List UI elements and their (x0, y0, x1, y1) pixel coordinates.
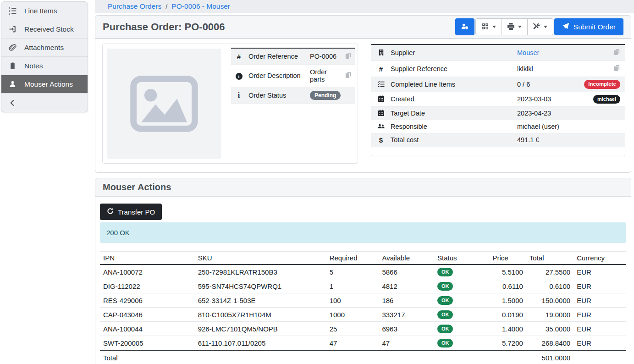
cell-price: 0.0190 (489, 308, 526, 322)
sidebar-collapse-button[interactable] (1, 94, 88, 112)
tools-icon (533, 22, 540, 32)
caret-down-icon (492, 26, 496, 28)
image-placeholder-icon (130, 75, 198, 132)
supplier-link[interactable]: Mouser (517, 49, 539, 56)
submit-order-button[interactable]: Submit Order (554, 18, 623, 35)
copy-icon[interactable] (345, 52, 352, 59)
list-check-icon (378, 81, 385, 88)
table-total-row: Total 501.0000 (100, 350, 626, 364)
sidebar-item-notes[interactable]: Notes (1, 57, 88, 75)
cell-available: 186 (379, 293, 434, 308)
column-header-currency: Currency (573, 252, 626, 265)
cell-available: 5866 (379, 265, 434, 279)
caret-down-icon (518, 26, 522, 28)
detail-label: Target Date (389, 106, 515, 120)
status-alert: 200 OK (100, 222, 626, 243)
sign-in-icon (7, 25, 17, 33)
detail-value: 491.1 € (515, 133, 573, 147)
caret-down-icon (544, 26, 547, 28)
status-ok-badge: OK (437, 339, 453, 347)
incomplete-badge: Incomplete (584, 80, 620, 89)
cell-currency: EUR (573, 322, 626, 336)
cell-total: 0.6100 (526, 279, 573, 293)
detail-value: 2023-03-03 (515, 92, 573, 106)
toolbar-button-group (475, 18, 553, 35)
supplier-details-box: Supplier Mouser Supplier Reference lklkl… (371, 44, 625, 156)
cell-required: 47 (326, 336, 379, 351)
status-ok-badge: OK (437, 268, 453, 276)
clipboard-icon (7, 62, 17, 70)
detail-label: Order Description (247, 65, 308, 87)
copy-icon[interactable] (613, 65, 620, 72)
detail-label: Responsible (389, 120, 515, 133)
info-circle-icon (236, 73, 243, 80)
sidebar-item-attachments[interactable]: Attachments (1, 39, 88, 57)
detail-label: Created (389, 92, 515, 106)
paperclip-icon (7, 44, 17, 52)
cell-currency: EUR (573, 265, 626, 279)
cell-ipn: SWT-200005 (100, 336, 195, 351)
table-row: SWT-200005 611-110.107.011/0205 47 47 OK… (100, 336, 626, 351)
cell-sku: 250-72981KLRATR150B3 (195, 265, 326, 279)
order-image-placeholder (107, 49, 221, 159)
copy-icon[interactable] (613, 49, 620, 55)
cell-price: 1.5000 (489, 293, 526, 308)
status-ok-badge: OK (437, 282, 453, 291)
cell-ipn: CAP-043046 (100, 308, 195, 322)
detail-value: Order parts (308, 65, 343, 87)
transfer-po-button[interactable]: Transfer PO (100, 204, 162, 220)
status-alert-text: 200 OK (106, 229, 130, 237)
detail-value: PO-0006 (308, 48, 343, 65)
detail-label: Order Status (247, 87, 308, 104)
mouser-actions-header: Mouser Actions (95, 178, 631, 197)
order-status-badge: Pending (310, 91, 341, 100)
cell-total: 268.8400 (526, 336, 573, 351)
sidebar-item-mouser-actions[interactable]: Mouser Actions (1, 75, 88, 94)
column-header-status: Status (434, 252, 490, 265)
sidebar-item-label: Notes (24, 62, 43, 70)
cell-price: 0.6110 (489, 279, 526, 293)
detail-label: Supplier (389, 44, 515, 61)
cell-total: 27.5500 (526, 265, 573, 279)
cell-sku: 652-3314Z-1-503E (195, 293, 326, 308)
calendar-icon (378, 110, 385, 117)
detail-label: Order Reference (247, 48, 308, 65)
detail-label: Supplier Reference (389, 61, 515, 77)
detail-label: Total cost (389, 133, 515, 147)
table-row: DIG-112022 595-SN74HCS74QPWRQ1 1 4812 OK… (100, 279, 626, 293)
sidebar-item-line-items[interactable]: 123 Line Items (1, 2, 88, 20)
cell-currency: EUR (573, 293, 626, 308)
column-header-available: Available (379, 252, 434, 265)
order-options-button[interactable] (527, 19, 553, 35)
cell-available: 333217 (379, 308, 434, 322)
dollar-icon (379, 136, 383, 144)
cell-available: 6963 (379, 322, 434, 336)
cell-currency: EUR (573, 279, 626, 293)
mouser-actions-body: Transfer PO 200 OK IPN SKU Required Avai… (95, 197, 631, 364)
breadcrumb-link-current-order[interactable]: PO-0006 - Mouser (171, 2, 230, 11)
status-ok-badge: OK (437, 310, 453, 319)
panel-title: Mouser Actions (103, 182, 171, 193)
breadcrumb: Purchase Orders / PO-0006 - Mouser (95, 0, 634, 13)
order-details-table: Order Reference PO-0006 Order Descriptio… (231, 48, 355, 104)
cell-currency: EUR (573, 308, 626, 322)
sidebar-item-received-stock[interactable]: Received Stock (1, 20, 88, 39)
admin-actions-button[interactable] (455, 18, 474, 35)
breadcrumb-link-purchase-orders[interactable]: Purchase Orders (108, 2, 161, 11)
detail-value: 0 / 6 (515, 77, 573, 92)
submit-order-label: Submit Order (573, 23, 616, 31)
supplier-details-table: Supplier Mouser Supplier Reference lklkl… (371, 44, 625, 147)
transfer-po-label: Transfer PO (118, 208, 155, 216)
table-row: CAP-043046 810-C1005X7R1H104M 1000 33321… (100, 308, 626, 322)
barcode-actions-button[interactable] (476, 19, 502, 35)
copy-icon[interactable] (345, 72, 352, 78)
detail-value: 2023-04-23 (515, 106, 573, 120)
table-row: RES-429006 652-3314Z-1-503E 100 186 OK 1… (100, 293, 626, 308)
detail-value: lklklkl (515, 61, 573, 77)
cell-price: 5.7200 (489, 336, 526, 351)
breadcrumb-separator: / (165, 2, 167, 11)
cell-sku: 595-SN74HCS74QPWRQ1 (195, 279, 326, 293)
print-actions-button[interactable] (502, 19, 527, 35)
cell-available: 47 (379, 336, 434, 351)
cell-ipn: DIG-112022 (100, 279, 195, 293)
